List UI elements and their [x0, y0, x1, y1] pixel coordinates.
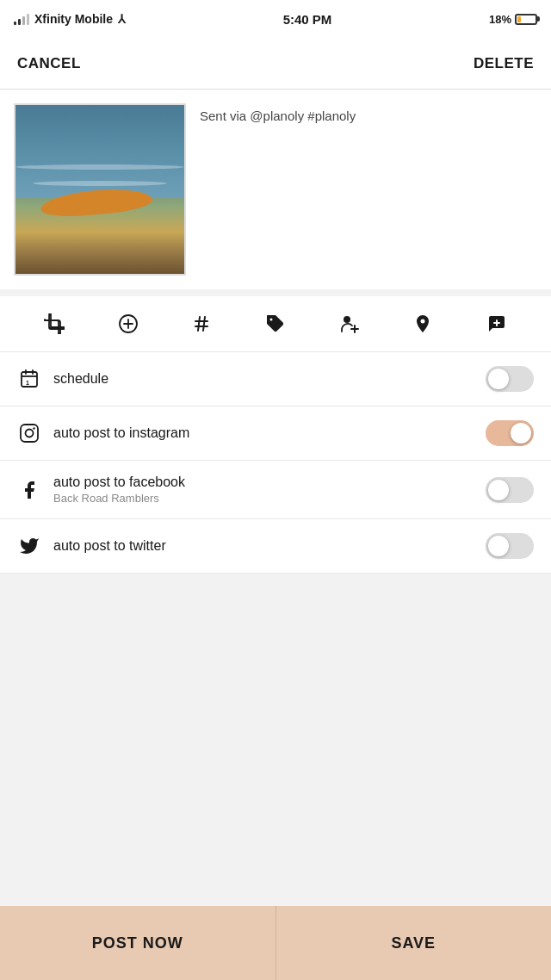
- add-circle-svg: [118, 313, 139, 334]
- svg-line-5: [198, 317, 200, 331]
- post-image-placeholder: [15, 105, 184, 274]
- schedule-label: schedule: [53, 371, 474, 387]
- schedule-toggle[interactable]: [486, 366, 534, 392]
- toolbar: [0, 296, 551, 352]
- twitter-item: auto post to twitter: [0, 519, 551, 574]
- cancel-button[interactable]: CANCEL: [17, 55, 81, 72]
- battery-percent: 18%: [489, 13, 511, 26]
- comment-add-svg: [486, 313, 507, 334]
- crop-svg: [44, 313, 65, 334]
- svg-text:1: 1: [26, 380, 29, 386]
- twitter-toggle-thumb: [488, 536, 509, 556]
- post-caption: Sent via @planoly #planoly: [200, 103, 537, 125]
- facebook-item: auto post to facebook Back Road Ramblers: [0, 461, 551, 519]
- hashtag-svg: [191, 313, 212, 334]
- svg-point-7: [269, 319, 272, 321]
- facebook-text: auto post to facebook Back Road Ramblers: [53, 474, 474, 505]
- facebook-account-label: Back Road Ramblers: [53, 492, 474, 505]
- status-bar: Xfinity Mobile ⅄ 5:40 PM 18%: [0, 0, 551, 38]
- tag-icon[interactable]: [258, 307, 293, 341]
- post-preview: Sent via @planoly #planoly: [0, 90, 551, 289]
- schedule-toggle-thumb: [488, 369, 509, 389]
- battery-icon: [515, 14, 537, 25]
- location-svg: [412, 313, 433, 334]
- instagram-label: auto post to instagram: [53, 425, 474, 441]
- main-content: Sent via @planoly #planoly: [0, 90, 551, 648]
- location-icon[interactable]: [406, 307, 440, 341]
- schedule-item: 1 schedule: [0, 352, 551, 406]
- settings-list: 1 schedule auto post to instagram: [0, 352, 551, 574]
- instagram-toggle[interactable]: [486, 420, 534, 446]
- facebook-icon: [17, 480, 41, 500]
- hashtag-icon[interactable]: [184, 307, 219, 341]
- delete-button[interactable]: DELETE: [474, 55, 534, 72]
- save-button[interactable]: SAVE: [276, 906, 552, 980]
- facebook-toggle-thumb: [488, 480, 509, 500]
- add-media-icon[interactable]: [111, 307, 145, 341]
- post-image[interactable]: [14, 103, 186, 276]
- instagram-item: auto post to instagram: [0, 406, 551, 461]
- instagram-toggle-thumb: [511, 423, 531, 443]
- twitter-toggle[interactable]: [486, 533, 534, 559]
- tag-svg: [265, 313, 286, 334]
- instagram-text: auto post to instagram: [53, 425, 474, 441]
- svg-point-20: [26, 430, 34, 437]
- svg-line-6: [203, 317, 205, 331]
- schedule-text: schedule: [53, 371, 474, 387]
- svg-point-21: [33, 427, 34, 429]
- calendar-icon: 1: [17, 369, 41, 389]
- svg-rect-19: [21, 425, 38, 442]
- wave1: [15, 164, 184, 170]
- person-add-svg: [339, 313, 360, 334]
- svg-point-11: [421, 319, 425, 324]
- nav-bar: CANCEL DELETE: [0, 38, 551, 90]
- facebook-toggle[interactable]: [486, 477, 534, 503]
- svg-rect-14: [22, 372, 37, 387]
- add-comment-icon[interactable]: [480, 307, 514, 341]
- twitter-text: auto post to twitter: [53, 538, 474, 554]
- signal-icon: [14, 13, 29, 25]
- facebook-label: auto post to facebook: [53, 474, 474, 490]
- twitter-label: auto post to twitter: [53, 538, 474, 554]
- status-right: 18%: [489, 13, 537, 26]
- twitter-icon: [17, 536, 41, 556]
- wifi-icon: ⅄: [118, 12, 126, 26]
- bottom-bar: POST NOW SAVE: [0, 906, 551, 980]
- instagram-icon: [17, 423, 41, 443]
- divider-1: [0, 289, 551, 296]
- svg-point-8: [344, 316, 350, 323]
- status-left: Xfinity Mobile ⅄: [14, 12, 126, 26]
- crop-icon[interactable]: [37, 307, 71, 341]
- post-now-button[interactable]: POST NOW: [0, 906, 276, 980]
- mention-icon[interactable]: [332, 307, 367, 341]
- carrier-label: Xfinity Mobile: [34, 12, 113, 26]
- battery-fill: [517, 16, 521, 22]
- time-label: 5:40 PM: [283, 12, 332, 27]
